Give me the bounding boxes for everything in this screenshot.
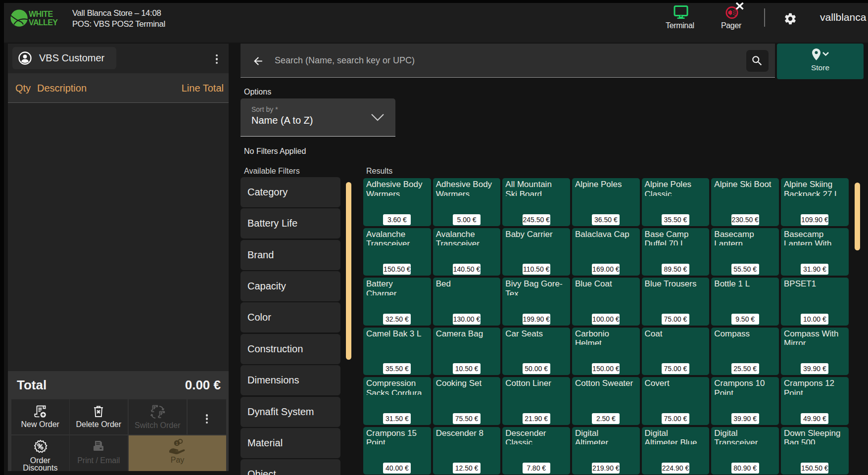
- svg-text:1: 1: [175, 441, 178, 446]
